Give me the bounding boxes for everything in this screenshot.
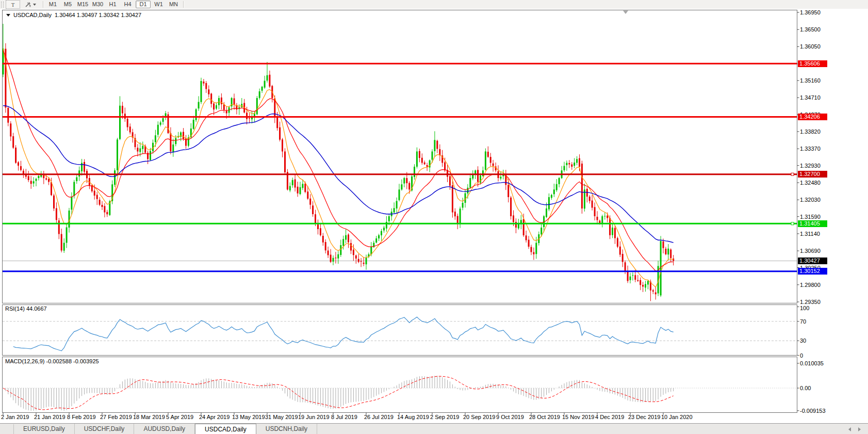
axis-ticks bbox=[3, 12, 799, 415]
price-tick-label: 1.36500 bbox=[800, 26, 821, 33]
date-label: 8 Jul 2019 bbox=[331, 414, 357, 420]
timeframe-button-group: M1M5M15M30H1H4D1W1MN bbox=[46, 1, 181, 8]
tab-scroll-left-icon[interactable] bbox=[848, 427, 851, 431]
date-label: 31 May 2019 bbox=[265, 414, 298, 420]
trading-terminal-window: T M1M5M15M30H1H4D1W1MN USDCAD,Daily 1.30… bbox=[0, 0, 868, 434]
price-tick-label: 1.33370 bbox=[800, 146, 821, 152]
price-tick-label: 1.31140 bbox=[800, 231, 820, 237]
price-tick-label: 1.33820 bbox=[800, 128, 821, 135]
timeframe-toolbar: T M1M5M15M30H1H4D1W1MN bbox=[0, 0, 868, 9]
macd-histogram bbox=[3, 376, 674, 411]
price-tick-label: 1.32480 bbox=[800, 180, 821, 186]
price-tick-label: 1.34710 bbox=[800, 94, 821, 101]
tf-button-m15[interactable]: M15 bbox=[76, 1, 90, 8]
arrows-tool-button[interactable] bbox=[22, 1, 39, 8]
date-label: 8 Feb 2019 bbox=[67, 414, 96, 420]
level-price-tag[interactable]: 1.35606 bbox=[798, 60, 827, 67]
ma-mid-line bbox=[3, 51, 674, 271]
tab-eurusd-daily[interactable]: EURUSD,Daily bbox=[14, 424, 75, 434]
price-tick-label: 1.30690 bbox=[800, 248, 821, 254]
chart-ohlc-values: 1.30464 1.30497 1.30342 1.30427 bbox=[55, 12, 141, 18]
date-label: 18 Mar 2019 bbox=[133, 414, 165, 420]
chevron-down-icon bbox=[33, 4, 36, 6]
candles-bearish-wicks bbox=[6, 43, 674, 301]
tf-button-h4[interactable]: H4 bbox=[121, 1, 135, 8]
rsi-tick-label: 30 bbox=[800, 337, 806, 344]
price-tick-label: 1.32030 bbox=[800, 197, 821, 203]
tab-usdcnh-daily[interactable]: USDCNH,Daily bbox=[256, 424, 317, 434]
tf-button-m5[interactable]: M5 bbox=[61, 1, 75, 8]
current-price-tag: 1.30427 bbox=[798, 258, 827, 264]
level-handle bbox=[791, 173, 794, 175]
price-tick-label: 1.36050 bbox=[800, 43, 821, 50]
toolbar-separator bbox=[183, 1, 184, 8]
tf-button-d1[interactable]: D1 bbox=[136, 1, 151, 8]
chart-shift-marker-icon[interactable] bbox=[623, 11, 628, 14]
date-label: 10 Jan 2020 bbox=[661, 414, 693, 420]
tf-button-w1[interactable]: W1 bbox=[152, 1, 166, 8]
tf-button-h1[interactable]: H1 bbox=[106, 1, 120, 8]
date-label: 2 Jan 2019 bbox=[1, 414, 29, 420]
date-label: 20 Sep 2019 bbox=[463, 414, 495, 420]
tab-bar-spacer bbox=[0, 424, 14, 434]
chart-title: USDCAD,Daily 1.30464 1.30497 1.30342 1.3… bbox=[6, 12, 141, 18]
tab-scroll-right-icon[interactable] bbox=[858, 427, 861, 431]
chart-symbol-period: USDCAD,Daily bbox=[13, 12, 52, 18]
tab-audusd-daily[interactable]: AUDUSD,Daily bbox=[134, 424, 195, 434]
date-label: 4 Dec 2019 bbox=[595, 414, 624, 420]
date-label: 28 Oct 2019 bbox=[529, 414, 560, 420]
date-label: 23 Dec 2019 bbox=[628, 414, 660, 420]
date-label: 9 Oct 2019 bbox=[496, 414, 524, 420]
rsi-tick-label: 70 bbox=[800, 318, 806, 325]
date-label: 5 Apr 2019 bbox=[166, 414, 193, 420]
macd-tick-label: -0.009153 bbox=[800, 408, 826, 414]
date-label: 19 Jun 2019 bbox=[298, 414, 330, 420]
level-price-tag[interactable]: 1.34206 bbox=[798, 114, 827, 120]
rsi-tick-label: 0 bbox=[800, 352, 803, 359]
price-tick-label: 1.36950 bbox=[800, 9, 821, 16]
price-tick-label: 1.32930 bbox=[800, 163, 821, 169]
chart-window: USDCAD,Daily 1.30464 1.30497 1.30342 1.3… bbox=[0, 9, 868, 423]
chart-canvas[interactable] bbox=[0, 9, 868, 423]
date-label: 14 Aug 2019 bbox=[397, 414, 429, 420]
text-label-tool-button[interactable]: T bbox=[6, 0, 20, 9]
macd-tick-label: 0.00 bbox=[800, 385, 811, 392]
level-price-tag[interactable]: 1.30152 bbox=[798, 268, 827, 275]
candles-bearish bbox=[5, 49, 674, 295]
date-label: 2 Sep 2019 bbox=[430, 414, 459, 420]
symbol-tab-bar: EURUSD,DailyUSDCHF,DailyAUDUSD,DailyUSDC… bbox=[0, 423, 868, 434]
tab-usdchf-daily[interactable]: USDCHF,Daily bbox=[75, 424, 135, 434]
level-price-tag[interactable]: 1.32700 bbox=[798, 171, 827, 178]
date-label: 27 Feb 2019 bbox=[100, 414, 132, 420]
date-label: 13 May 2019 bbox=[232, 414, 265, 420]
date-label: 26 Jul 2019 bbox=[364, 414, 394, 420]
rsi-line bbox=[13, 317, 674, 351]
tf-button-m30[interactable]: M30 bbox=[91, 1, 105, 8]
chart-menu-triangle-icon[interactable] bbox=[6, 14, 10, 17]
macd-tick-label: 0.010035 bbox=[800, 360, 824, 367]
price-tick-label: 1.29800 bbox=[800, 282, 821, 288]
price-tick-label: 1.31590 bbox=[800, 214, 821, 220]
date-label: 21 Jan 2019 bbox=[34, 414, 65, 420]
tf-button-m1[interactable]: M1 bbox=[46, 1, 60, 8]
toolbar-separator bbox=[43, 1, 43, 8]
level-handle bbox=[791, 222, 794, 225]
rsi-tick-label: 100 bbox=[800, 305, 809, 312]
symbol-tabs: EURUSD,DailyUSDCHF,DailyAUDUSD,DailyUSDC… bbox=[14, 424, 317, 434]
date-label: 15 Nov 2019 bbox=[562, 414, 594, 420]
arrows-icon bbox=[25, 2, 31, 8]
tab-scroll-controls bbox=[848, 424, 868, 434]
date-label: 24 Apr 2019 bbox=[199, 414, 230, 420]
level-price-tag[interactable]: 1.31405 bbox=[798, 220, 827, 227]
price-tick-label: 1.35160 bbox=[800, 77, 821, 84]
macd-indicator-label: MACD(12,26,9) -0.002588 -0.003925 bbox=[5, 358, 99, 364]
tf-button-mn[interactable]: MN bbox=[167, 1, 181, 8]
tab-usdcad-daily[interactable]: USDCAD,Daily bbox=[195, 424, 256, 434]
toolbar-grip[interactable] bbox=[1, 2, 4, 8]
rsi-indicator-label: RSI(14) 44.0667 bbox=[5, 306, 47, 312]
